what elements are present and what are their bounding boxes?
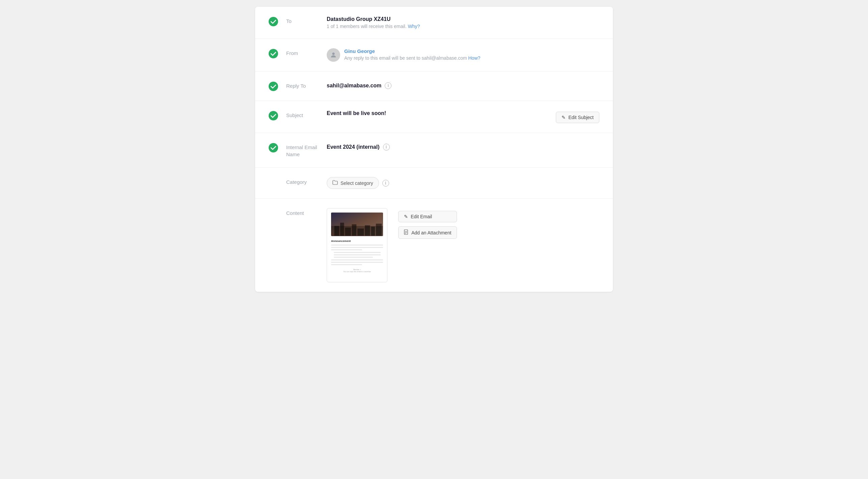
svg-rect-12 bbox=[345, 228, 351, 236]
svg-point-3 bbox=[269, 82, 278, 91]
content-row: Content bbox=[255, 199, 613, 292]
category-row: Category Select category i bbox=[255, 168, 613, 199]
preview-line-2 bbox=[331, 247, 383, 248]
preview-image bbox=[331, 213, 383, 236]
from-row: From Ginu George Any reply to this email… bbox=[255, 39, 613, 72]
preview-line-6 bbox=[331, 264, 362, 265]
internal-name-content: Event 2024 (internal) i bbox=[327, 142, 599, 150]
from-check-icon bbox=[269, 49, 278, 58]
edit-subject-label: Edit Subject bbox=[568, 115, 594, 120]
internal-email-name-row: Internal Email Name Event 2024 (internal… bbox=[255, 133, 613, 168]
to-check-icon bbox=[269, 17, 278, 26]
svg-rect-16 bbox=[371, 227, 375, 236]
edit-subject-icon: ✎ bbox=[562, 115, 566, 120]
internal-name-info-icon[interactable]: i bbox=[383, 144, 390, 150]
svg-point-4 bbox=[269, 111, 278, 120]
from-name: Ginu George bbox=[344, 48, 480, 54]
category-info-icon[interactable]: i bbox=[382, 180, 389, 187]
reply-to-check-icon bbox=[269, 82, 278, 91]
to-group-name: Datastudio Group XZ41U bbox=[327, 16, 599, 22]
subject-row-inner: Event will be live soon! bbox=[327, 110, 549, 116]
select-category-button[interactable]: Select category bbox=[327, 177, 379, 189]
edit-email-icon: ✎ bbox=[404, 214, 408, 219]
preview-line-3 bbox=[331, 249, 362, 250]
preview-bullet-1 bbox=[334, 252, 381, 253]
subject-text: Event will be live soon! bbox=[327, 110, 386, 116]
preview-title: Announcement bbox=[331, 240, 383, 243]
svg-point-2 bbox=[332, 53, 334, 55]
add-attachment-button[interactable]: Add an Attachment bbox=[398, 226, 457, 239]
from-avatar bbox=[327, 48, 340, 62]
reply-to-inner: sahil@almabase.com i bbox=[327, 82, 599, 89]
from-label: From bbox=[286, 50, 327, 57]
subject-row: Subject Event will be live soon! ✎ Edit … bbox=[255, 101, 613, 133]
preview-bullet-2 bbox=[334, 254, 381, 255]
internal-name-label: Internal Email Name bbox=[286, 144, 327, 158]
folder-icon bbox=[332, 180, 338, 186]
add-attachment-label: Add an Attachment bbox=[411, 230, 451, 235]
to-label: To bbox=[286, 18, 327, 25]
preview-line-4 bbox=[331, 259, 383, 260]
edit-email-button[interactable]: ✎ Edit Email bbox=[398, 211, 457, 222]
to-row: To Datastudio Group XZ41U 1 of 1 members… bbox=[255, 7, 613, 39]
svg-rect-13 bbox=[352, 224, 356, 236]
svg-rect-14 bbox=[357, 229, 364, 236]
preview-bullet-3 bbox=[334, 257, 373, 258]
svg-point-1 bbox=[269, 49, 278, 58]
svg-point-5 bbox=[269, 143, 278, 152]
preview-footer: Member >You can reply this email to cust… bbox=[331, 269, 383, 273]
content-inner: Announcement bbox=[327, 208, 599, 282]
svg-rect-17 bbox=[376, 224, 382, 236]
category-label: Category bbox=[286, 178, 327, 186]
how-link[interactable]: How? bbox=[468, 55, 480, 61]
email-config-card: To Datastudio Group XZ41U 1 of 1 members… bbox=[255, 7, 613, 292]
page-wrapper: To Datastudio Group XZ41U 1 of 1 members… bbox=[248, 7, 620, 292]
select-category-label: Select category bbox=[341, 180, 373, 186]
subject-label: Subject bbox=[286, 112, 327, 119]
internal-name-inner: Event 2024 (internal) i bbox=[327, 144, 599, 150]
svg-point-0 bbox=[269, 17, 278, 26]
attachment-icon bbox=[404, 229, 409, 236]
category-area: Select category i bbox=[327, 177, 599, 189]
reply-to-label: Reply To bbox=[286, 82, 327, 89]
reply-to-info-icon[interactable]: i bbox=[385, 82, 391, 89]
svg-rect-11 bbox=[340, 223, 344, 236]
edit-subject-button[interactable]: ✎ Edit Subject bbox=[556, 112, 599, 123]
why-link[interactable]: Why? bbox=[408, 24, 420, 29]
content-label: Content bbox=[286, 209, 327, 217]
content-area-main: Announcement bbox=[327, 208, 599, 282]
from-content: Ginu George Any reply to this email will… bbox=[327, 48, 599, 62]
reply-to-content-area: sahil@almabase.com i bbox=[327, 81, 599, 89]
preview-line-1 bbox=[331, 245, 383, 246]
svg-rect-9 bbox=[331, 213, 383, 235]
to-content: Datastudio Group XZ41U 1 of 1 members wi… bbox=[327, 16, 599, 29]
svg-rect-10 bbox=[334, 226, 339, 236]
content-actions: ✎ Edit Email bbox=[398, 208, 457, 239]
internal-name-check-icon bbox=[269, 143, 278, 152]
svg-rect-15 bbox=[365, 225, 370, 236]
reply-to-row: Reply To sahil@almabase.com i bbox=[255, 72, 613, 101]
to-sub-text: 1 of 1 members will receive this email. … bbox=[327, 24, 599, 29]
email-preview: Announcement bbox=[327, 208, 387, 282]
from-row-inner: Ginu George Any reply to this email will… bbox=[327, 48, 599, 62]
subject-content: Event will be live soon! bbox=[327, 110, 549, 116]
preview-line-5 bbox=[331, 262, 383, 263]
svg-rect-18 bbox=[404, 230, 408, 234]
reply-to-email: sahil@almabase.com bbox=[327, 83, 381, 89]
category-content: Select category i bbox=[327, 177, 599, 189]
edit-email-label: Edit Email bbox=[411, 214, 432, 219]
subject-check-icon bbox=[269, 111, 278, 120]
internal-name-text: Event 2024 (internal) bbox=[327, 144, 380, 150]
from-info: Ginu George Any reply to this email will… bbox=[344, 48, 480, 61]
subject-actions: ✎ Edit Subject bbox=[549, 112, 599, 123]
from-sub-text: Any reply to this email will be sent to … bbox=[344, 55, 480, 61]
